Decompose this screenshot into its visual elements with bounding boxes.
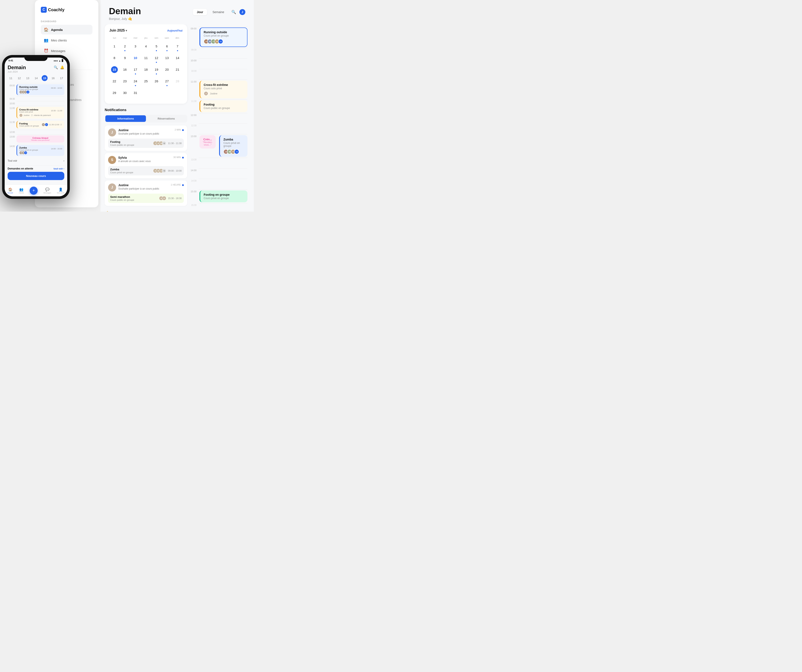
cal-day-23[interactable]: 23 — [120, 76, 130, 88]
cal-day-12[interactable]: 12 — [152, 53, 162, 65]
cal-day-31[interactable]: 31 — [130, 88, 141, 99]
phone-date-16[interactable]: 16 — [50, 75, 56, 81]
cal-day-11[interactable]: 11 — [141, 53, 151, 65]
phone-nav-accueil[interactable]: 🏠 Accueil — [8, 188, 13, 194]
event-footing-groupe[interactable]: Footing en groupe Cours privé en groupe — [199, 190, 247, 202]
notif-avatar-sylvia: S — [108, 156, 116, 164]
tl-area-12 — [199, 113, 247, 123]
phone-tl-row-blocked: 13:00 Créneau bloqué "Rendez-vous person… — [8, 134, 64, 144]
cal-day-6[interactable]: 6 — [162, 42, 172, 53]
cal-day-3[interactable]: 3 — [130, 42, 141, 53]
notif-course-pill-3[interactable]: Semi marathon Cours public en groupe A B… — [108, 194, 184, 203]
phone-blocked-sub: "Rendez-vous personnel" — [19, 139, 62, 141]
phone-nav-clients[interactable]: 👥 Clients — [19, 188, 24, 194]
cal-day-16[interactable]: 16 — [120, 65, 130, 76]
event-footing-title: Footing — [204, 103, 244, 106]
cal-day-25[interactable]: 25 — [141, 76, 151, 88]
justine-label: Justine — [210, 92, 217, 95]
phone-nav-messages[interactable]: 💬 Messages — [44, 188, 51, 194]
sidebar-item-label-agenda: Agenda — [51, 28, 63, 32]
tl-area-09: Running outside Cours privé en groupe A … — [199, 26, 247, 48]
phone-event-crossfit[interactable]: Cross-fit extrême Cours solo privé 10:30… — [16, 107, 64, 118]
notif-course-pill-2[interactable]: Zumba Cours privé en groupe A B C +3 09:… — [108, 166, 184, 175]
new-course-button[interactable]: Nouveau cours — [8, 172, 64, 180]
tl-time-09: 09:00 — [189, 26, 199, 30]
phone-date-12[interactable]: 12 — [16, 75, 23, 81]
timeline-inner: 09:00 Running outside Cours privé en gro… — [189, 24, 247, 207]
cal-day-15[interactable]: 15 — [109, 65, 120, 76]
phone-event-zumba[interactable]: Zumba Cours privé en groupe 14:00 - 15:3… — [16, 145, 64, 156]
phone-date-11[interactable]: 11 — [8, 75, 14, 81]
cal-day-19[interactable]: 19 — [152, 65, 162, 76]
cal-day-13[interactable]: 13 — [162, 53, 172, 65]
cal-day-9[interactable]: 9 — [120, 53, 130, 65]
event-crossfit[interactable]: Cross-fit extrême Cours solo privé J Jus… — [199, 81, 247, 99]
phone-event-footing[interactable]: Footing Cours public en groupe A +1 11:3… — [16, 121, 64, 128]
today-button[interactable]: Aujourd'hui — [167, 29, 183, 32]
phone-date-17[interactable]: 17 — [58, 75, 64, 81]
subtitle-emoji: 🤙 — [128, 17, 133, 21]
cal-day-2[interactable]: 2 — [120, 42, 130, 53]
sidebar-item-clients[interactable]: 👥 Mes clients — [41, 35, 92, 45]
cal-day-21[interactable]: 21 — [172, 65, 183, 76]
cal-day-26[interactable]: 26 — [152, 76, 162, 88]
calendar-weekdays: lun mar mer jeu ven sam dim — [109, 36, 183, 40]
tab-semaine[interactable]: Semaine — [209, 9, 228, 15]
user-initial[interactable]: J — [239, 9, 245, 15]
search-icon[interactable]: 🔍 — [231, 10, 236, 15]
event-running[interactable]: Running outside Cours privé en groupe A … — [199, 28, 247, 47]
phone-event-running[interactable]: Running outside Cours privé en groupe 09… — [16, 84, 64, 95]
cal-day-22[interactable]: 22 — [109, 76, 120, 88]
notif-desc-1: Souhaite participer à un cours public — [118, 132, 159, 135]
cal-day-14[interactable]: 14 — [172, 53, 183, 65]
notif-avatar-justine2: J — [108, 183, 116, 191]
cal-day-8[interactable]: 8 — [109, 53, 120, 65]
cal-day-29[interactable]: 29 — [109, 88, 120, 99]
page-title: Demain — [109, 7, 141, 16]
tab-reservations[interactable]: Réservations — [146, 115, 186, 122]
home-nav-icon: 🏠 — [8, 188, 13, 191]
sidebar-item-agenda[interactable]: 🏠 Agenda — [41, 25, 92, 34]
main-header: Demain Bonjour, July 🤙 Jour Semaine 🔍 J — [100, 0, 254, 24]
cal-day-17[interactable]: 17 — [130, 65, 141, 76]
cal-day-5[interactable]: 5 — [152, 42, 162, 53]
tab-jour[interactable]: Jour — [193, 9, 207, 15]
tl-area-15: Footing en groupe Cours privé en groupe — [199, 189, 247, 203]
phone-date-14[interactable]: 14 — [33, 75, 39, 81]
tab-informations[interactable]: Informations — [105, 115, 146, 122]
notif-unread-dot-3 — [182, 184, 184, 186]
cal-day-30[interactable]: 30 — [120, 88, 130, 99]
sidebar-item-messages[interactable]: ⏰ Messages — [41, 46, 92, 56]
event-footing[interactable]: Footing Cours public en groupe — [199, 100, 247, 112]
cal-day-7[interactable]: 7 — [172, 42, 183, 53]
phone-subtitle: Juin 2024 — [8, 70, 26, 73]
notif-course-name-3: Semi marathon — [110, 195, 134, 199]
phone-nav-profil[interactable]: 👤 Mon profil — [57, 188, 64, 194]
phone-fab-add[interactable]: + — [30, 186, 38, 195]
notif-desc-2: A annulé un cours avec vous — [118, 160, 150, 163]
phone-tl-row-zumba: 14:00 Zumba Cours privé en groupe 14:00 … — [8, 144, 64, 157]
event-running-sub: Cours privé en groupe — [204, 34, 244, 37]
cal-day-1[interactable]: 1 — [109, 42, 120, 53]
phone-event-zumba-sub: Cours privé en groupe — [19, 149, 38, 151]
phone-date-15[interactable]: 15 — [42, 75, 48, 81]
messages-icon: ⏰ — [44, 49, 49, 53]
phone-search-icon[interactable]: 🔍 — [54, 65, 58, 70]
cal-day-4[interactable]: 4 — [141, 42, 151, 53]
demands-link[interactable]: tout voir › — [53, 167, 64, 170]
notif-course-pill-1[interactable]: Footing Cours public en groupe J A M +1 … — [108, 139, 184, 148]
phone-date-13[interactable]: 13 — [24, 75, 31, 81]
cal-day-10[interactable]: 10 — [130, 53, 141, 65]
cal-day-20[interactable]: 20 — [162, 65, 172, 76]
cal-day-28[interactable]: 28 — [172, 76, 183, 88]
phone-see-all[interactable]: Tout voir › — [8, 157, 64, 164]
see-all-notifications[interactable]: 🔔 Voir toutes les notifications › — [105, 208, 187, 212]
cal-day-27[interactable]: 27 — [162, 76, 172, 88]
notif-time-3: 1 HEURE — [171, 183, 181, 186]
cal-day-24[interactable]: 24 — [130, 76, 141, 88]
phone-mini-avs-zumba: A B +3 — [19, 151, 62, 154]
event-footing-sub: Cours public en groupe — [204, 107, 244, 110]
event-zumba[interactable]: Zumba Cours privé en groupe A B C +3 — [219, 135, 247, 157]
phone-bell-icon[interactable]: 🔔 — [60, 65, 64, 70]
cal-day-18[interactable]: 18 — [141, 65, 151, 76]
